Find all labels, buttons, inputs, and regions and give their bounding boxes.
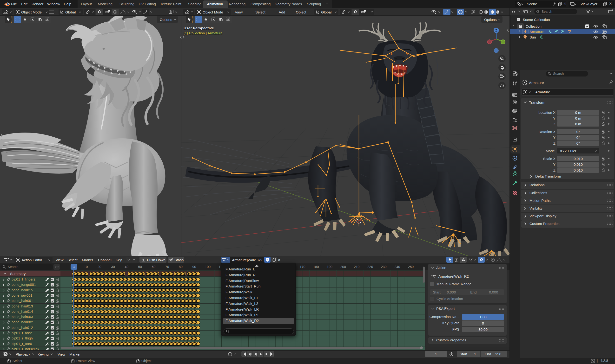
svg-text:Z: Z	[495, 29, 497, 32]
